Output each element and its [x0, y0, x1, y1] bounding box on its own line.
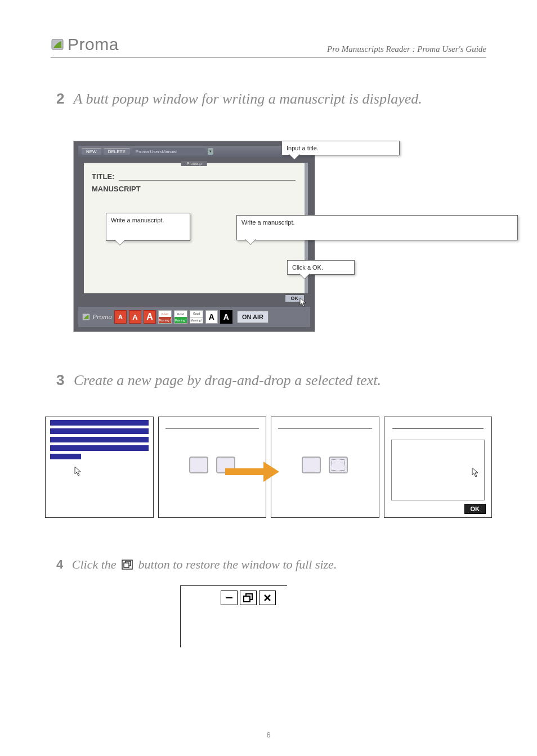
theme-3-button[interactable]: Good Morning !: [190, 310, 203, 324]
new-button[interactable]: NEW: [82, 148, 101, 155]
divider: [165, 428, 259, 429]
section-2-number: 3: [56, 372, 64, 388]
toolbar-logo-icon: [82, 313, 91, 321]
manuscript-label: MANUSCRIPT: [92, 185, 141, 193]
onair-button[interactable]: ON AIR: [237, 311, 268, 323]
logo-icon: [51, 38, 64, 51]
delete-button[interactable]: DELETE: [104, 148, 130, 155]
dropdown-button[interactable]: ▾: [208, 148, 213, 155]
callout-title: Input a title.: [281, 141, 400, 155]
page-number: 6: [0, 731, 537, 739]
page-thumb: [189, 457, 208, 473]
fontsize-small-button[interactable]: A: [114, 310, 127, 324]
page-thumb-drop: [329, 457, 348, 473]
fontsize-med-button[interactable]: A: [129, 310, 141, 324]
window-corner-figure: [180, 585, 287, 647]
svg-marker-1: [300, 298, 306, 307]
maximize-icon: [122, 558, 133, 573]
contrast-dark-button[interactable]: A: [220, 310, 232, 324]
svg-marker-3: [75, 467, 80, 476]
callout-manuscript-right: Write a manuscript.: [236, 215, 518, 240]
section-2-title: 3 Create a new page by drag-and-drop a s…: [56, 372, 381, 389]
svg-rect-8: [226, 597, 232, 598]
section-3-title: 4 Click the button to restore the window…: [56, 557, 337, 573]
title-input[interactable]: [119, 180, 296, 181]
section-1-title: 2 A butt popup window for writing a manu…: [56, 90, 422, 108]
minimize-button[interactable]: [221, 591, 238, 605]
toolbar-logo: Proma: [82, 312, 112, 321]
theme-1-button[interactable]: Good Morning !: [158, 310, 172, 324]
section-3-number: 4: [56, 557, 63, 571]
section-1-text: A butt popup window for writing a manusc…: [74, 91, 422, 107]
ok-button[interactable]: OK: [464, 504, 486, 514]
contrast-light-button[interactable]: A: [205, 310, 218, 324]
panel-new-page: OK: [384, 417, 493, 518]
svg-rect-10: [244, 596, 250, 602]
bottom-toolbar: Proma A A A Good Morning ! Good Morning …: [78, 307, 310, 327]
svg-marker-4: [472, 468, 478, 477]
panel-select-text: [45, 417, 154, 518]
header-subtitle: Pro Manuscripts Reader : Proma User's Gu…: [327, 44, 486, 54]
close-button[interactable]: [259, 591, 276, 605]
logo-text: Proma: [68, 35, 119, 54]
toolbar-logo-text: Proma: [92, 312, 112, 321]
filename-field[interactable]: Proma UsersManual: [132, 148, 205, 155]
text-line: [50, 437, 149, 442]
popup-topbar: NEW DELETE Proma UsersManual ▾: [78, 146, 310, 157]
cursor-icon: [74, 466, 83, 477]
title-label: TITLE:: [92, 172, 114, 181]
cursor-icon: [471, 467, 480, 478]
cursor-icon: [299, 297, 308, 308]
text-line: [50, 428, 149, 434]
section-3-text-a: Click the: [72, 557, 119, 571]
svg-rect-7: [124, 563, 129, 567]
text-line: [50, 420, 149, 426]
text-line: [50, 454, 81, 459]
page-thumb: [302, 457, 321, 473]
section-2-text: Create a new page by drag-and-drop a sel…: [74, 372, 381, 388]
logo: Proma: [51, 35, 119, 54]
fontsize-large-button[interactable]: A: [144, 310, 156, 324]
text-line: [50, 445, 149, 451]
arrow-icon: [225, 462, 289, 482]
divider: [278, 428, 372, 429]
paper-header: Proma.p: [181, 161, 207, 166]
callout-ok: Click a OK.: [287, 260, 355, 275]
section-1-number: 2: [56, 90, 64, 107]
callout-manuscript-left: Write a manuscript.: [106, 213, 190, 241]
maximize-button[interactable]: [240, 591, 257, 605]
page-header: Proma Pro Manuscripts Reader : Proma Use…: [51, 35, 486, 58]
theme-2-button[interactable]: Good Morning !: [174, 310, 187, 324]
section-3-text-b: button to restore the window to full siz…: [138, 557, 337, 571]
divider: [392, 428, 484, 429]
